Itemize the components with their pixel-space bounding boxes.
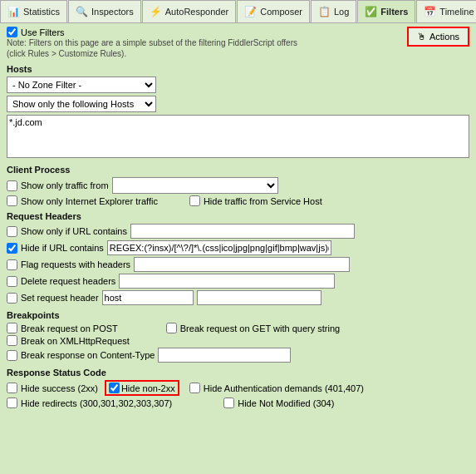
request-headers-label: Request Headers	[7, 211, 469, 221]
hosts-dropdowns: - No Zone Filter -	[7, 77, 469, 93]
ie-traffic-row: Show only Internet Explorer traffic Hide…	[7, 195, 469, 206]
show-traffic-label: Show only traffic from	[21, 180, 109, 190]
show-hosts-dropdown[interactable]: Show only the following Hosts	[7, 96, 156, 112]
hide-success-checkbox[interactable]	[7, 383, 17, 393]
break-post-checkbox[interactable]	[7, 323, 17, 333]
break-post-row: Break request on POST Break request on G…	[7, 323, 469, 333]
hosts-section-label: Hosts	[7, 64, 469, 74]
flag-headers-checkbox[interactable]	[7, 259, 17, 270]
break-xml-row: Break on XMLHttpRequest	[7, 335, 469, 346]
hide-url-input[interactable]	[107, 240, 331, 255]
use-filters-row: Use Filters	[7, 27, 297, 37]
hide-url-label: Hide if URL contains	[21, 243, 104, 253]
top-bar: Use Filters Note: Filters on this page a…	[7, 27, 469, 59]
statistics-icon: 📊	[7, 6, 20, 17]
filters-note: Note: Filters on this page are a simple …	[7, 37, 297, 59]
use-filters-checkbox[interactable]	[7, 27, 17, 37]
use-filters-label: Use Filters	[21, 27, 65, 37]
break-post-checkbox-row: Break request on POST	[7, 323, 118, 333]
hide-success-label: Hide success (2xx)	[21, 383, 98, 393]
show-traffic-checkbox[interactable]	[7, 180, 17, 191]
hide-url-checkbox[interactable]	[7, 243, 17, 254]
delete-headers-input[interactable]	[119, 274, 335, 289]
composer-icon: 📝	[244, 6, 257, 17]
tab-statistics[interactable]: 📊 Statistics	[0, 0, 67, 22]
log-icon: 📋	[318, 6, 331, 17]
break-post-label: Break request on POST	[21, 323, 118, 333]
hide-redirects-checkbox[interactable]	[7, 397, 17, 408]
traffic-from-dropdown[interactable]	[112, 177, 278, 194]
tab-bar: 📊 Statistics 🔍 Inspectors ⚡ AutoResponde…	[0, 0, 476, 23]
break-get-checkbox-row: Break request on GET with query string	[166, 323, 340, 333]
breakpoints-label: Breakpoints	[7, 310, 469, 320]
hide-non2xx-highlighted: Hide non-2xx	[105, 380, 179, 396]
set-header-label: Set request header	[21, 293, 99, 303]
break-content-type-row: Break response on Content-Type	[7, 348, 469, 363]
flag-headers-input[interactable]	[134, 257, 350, 272]
hide-service-checkbox[interactable]	[189, 195, 200, 206]
hide-auth-label: Hide Authentication demands (401,407)	[204, 383, 364, 393]
actions-button[interactable]: 🖱 Actions	[407, 27, 469, 47]
hide-service-row: Hide traffic from Service Host	[189, 195, 322, 206]
set-header-row: Set request header	[7, 290, 469, 305]
break-content-type-input[interactable]	[158, 348, 291, 363]
hide-not-modified-row: Hide Not Modified (304)	[223, 397, 334, 408]
tab-log[interactable]: 📋 Log	[311, 0, 356, 22]
break-get-checkbox[interactable]	[166, 323, 177, 333]
delete-headers-label: Delete request headers	[21, 276, 115, 286]
main-content: Use Filters Note: Filters on this page a…	[0, 23, 476, 474]
show-url-input[interactable]	[130, 224, 355, 239]
response-status-section-label: Response Status Code	[7, 368, 469, 378]
break-get-label: Break request on GET with query string	[180, 323, 340, 333]
break-xml-label: Break on XMLHttpRequest	[21, 336, 130, 346]
delete-headers-row: Delete request headers	[7, 274, 469, 289]
delete-headers-checkbox[interactable]	[7, 276, 17, 287]
set-header-name-input[interactable]	[102, 290, 194, 305]
top-bar-left: Use Filters Note: Filters on this page a…	[7, 27, 297, 59]
break-content-type-label: Break response on Content-Type	[21, 350, 155, 360]
zone-filter-dropdown[interactable]: - No Zone Filter -	[7, 77, 156, 93]
hosts-textarea[interactable]: *.jd.com	[7, 115, 469, 158]
hide-success-row: Hide success (2xx)	[7, 383, 98, 393]
hide-url-row: Hide if URL contains	[7, 240, 469, 255]
hide-not-modified-label: Hide Not Modified (304)	[238, 398, 334, 408]
set-header-checkbox[interactable]	[7, 293, 17, 304]
client-process-label: Client Process	[7, 165, 469, 175]
timeline-icon: 📅	[424, 6, 436, 17]
status-row-1: Hide success (2xx) Hide non-2xx Hide Aut…	[7, 380, 469, 396]
hide-auth-checkbox[interactable]	[189, 383, 200, 393]
tab-autoresponder[interactable]: ⚡ AutoResponder	[142, 0, 236, 22]
hide-redirects-label: Hide redirects (300,301,302,303,307)	[21, 398, 172, 408]
show-ie-row: Show only Internet Explorer traffic	[7, 195, 158, 206]
show-traffic-row: Show only traffic from	[7, 177, 469, 194]
show-ie-label: Show only Internet Explorer traffic	[21, 196, 158, 206]
hide-non2xx-checkbox[interactable]	[109, 383, 120, 393]
hide-service-label: Hide traffic from Service Host	[204, 196, 322, 206]
hide-non2xx-label: Hide non-2xx	[121, 383, 175, 393]
hide-not-modified-checkbox[interactable]	[223, 397, 234, 408]
set-header-value-input[interactable]	[197, 290, 321, 305]
break-xml-checkbox[interactable]	[7, 335, 17, 346]
actions-label: Actions	[429, 32, 459, 42]
status-row-2: Hide redirects (300,301,302,303,307) Hid…	[7, 397, 469, 408]
show-url-row: Show only if URL contains	[7, 224, 469, 239]
show-ie-checkbox[interactable]	[7, 195, 17, 206]
flag-headers-label: Flag requests with headers	[21, 259, 130, 269]
hosts-show-dropdown-row: Show only the following Hosts	[7, 96, 469, 112]
tab-composer[interactable]: 📝 Composer	[237, 0, 310, 22]
hide-auth-row: Hide Authentication demands (401,407)	[189, 383, 364, 393]
actions-icon: 🖱	[417, 32, 426, 42]
tab-inspectors[interactable]: 🔍 Inspectors	[68, 0, 141, 22]
autoresponder-icon: ⚡	[150, 6, 162, 17]
inspectors-icon: 🔍	[76, 6, 88, 17]
hide-redirects-row: Hide redirects (300,301,302,303,307)	[7, 397, 172, 408]
show-url-checkbox[interactable]	[7, 226, 17, 237]
flag-headers-row: Flag requests with headers	[7, 257, 469, 272]
show-url-label: Show only if URL contains	[21, 226, 127, 236]
tab-filters[interactable]: ✅ Filters	[357, 0, 415, 22]
break-content-type-checkbox[interactable]	[7, 350, 17, 361]
tab-timeline[interactable]: 📅 Timeline	[416, 0, 476, 22]
filters-icon: ✅	[365, 6, 377, 17]
